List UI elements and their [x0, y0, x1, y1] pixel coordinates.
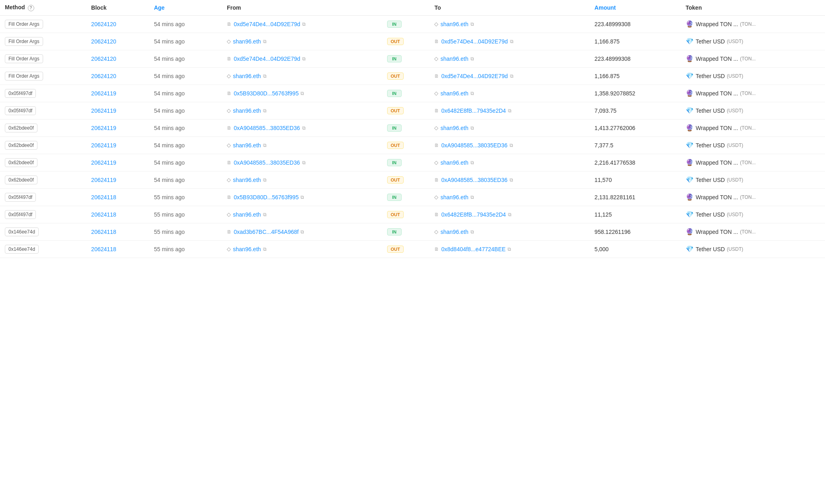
method-badge[interactable]: 0x62bdee0f [5, 176, 37, 184]
copy-to-icon[interactable]: ⧉ [471, 125, 474, 131]
block-link[interactable]: 20624118 [91, 229, 116, 235]
block-link[interactable]: 20624119 [91, 142, 116, 149]
copy-from-icon[interactable]: ⧉ [263, 212, 267, 217]
block-link[interactable]: 20624120 [91, 38, 116, 45]
copy-from-icon[interactable]: ⧉ [302, 21, 306, 27]
to-address-link[interactable]: shan96.eth [440, 21, 468, 27]
copy-from-icon[interactable]: ⧉ [263, 177, 267, 183]
from-address-link[interactable]: 0xA9048585...38035ED36 [234, 159, 300, 166]
to-address-link[interactable]: shan96.eth [440, 125, 468, 131]
from-address-link[interactable]: 0x5B93D80D...56763f995 [234, 90, 298, 97]
copy-to-icon[interactable]: ⧉ [508, 212, 512, 217]
from-address-link[interactable]: 0xd5e74De4...04D92E79d [234, 21, 300, 27]
from-address-link[interactable]: shan96.eth [233, 38, 261, 45]
method-badge[interactable]: 0x62bdee0f [5, 124, 37, 132]
method-help-icon[interactable]: ? [28, 5, 34, 11]
block-link[interactable]: 20624119 [91, 107, 116, 114]
to-address-link[interactable]: 0x6482E8fB...79435e2D4 [441, 211, 506, 218]
from-address-link[interactable]: 0xd5e74De4...04D92E79d [234, 56, 300, 62]
block-link[interactable]: 20624120 [91, 21, 116, 27]
method-badge[interactable]: Fill Order Args [5, 20, 43, 29]
block-link[interactable]: 20624118 [91, 246, 116, 252]
token-name[interactable]: Tether USD [696, 177, 725, 183]
to-address-link[interactable]: 0x8d8404f8...e47724BEE [441, 246, 506, 252]
from-address-link[interactable]: shan96.eth [233, 211, 261, 218]
block-link[interactable]: 20624119 [91, 177, 116, 183]
token-name[interactable]: Wrapped TON ... [696, 194, 738, 200]
copy-from-icon[interactable]: ⧉ [301, 194, 304, 200]
copy-from-icon[interactable]: ⧉ [263, 108, 267, 114]
to-address-link[interactable]: shan96.eth [440, 159, 468, 166]
to-address-link[interactable]: 0xA9048585...38035ED36 [441, 142, 507, 149]
method-badge[interactable]: Fill Order Args [5, 72, 43, 81]
copy-to-icon[interactable]: ⧉ [510, 39, 514, 44]
copy-from-icon[interactable]: ⧉ [263, 39, 267, 44]
method-badge[interactable]: 0x05f497df [5, 210, 36, 219]
from-address-link[interactable]: 0x5B93D80D...56763f995 [234, 194, 298, 200]
method-badge[interactable]: 0x05f497df [5, 106, 36, 115]
from-address-link[interactable]: shan96.eth [233, 177, 261, 183]
block-link[interactable]: 20624119 [91, 125, 116, 131]
from-address-link[interactable]: shan96.eth [233, 73, 261, 79]
from-address-link[interactable]: shan96.eth [233, 246, 261, 252]
copy-to-icon[interactable]: ⧉ [471, 91, 474, 96]
token-name[interactable]: Wrapped TON ... [696, 90, 738, 97]
to-address-link[interactable]: 0x6482E8fB...79435e2D4 [441, 107, 506, 114]
from-address-link[interactable]: 0xad3b67BC...4F54A968f [234, 229, 298, 235]
copy-to-icon[interactable]: ⧉ [508, 246, 511, 252]
token-name[interactable]: Tether USD [696, 38, 725, 45]
from-address-link[interactable]: shan96.eth [233, 107, 261, 114]
token-name[interactable]: Wrapped TON ... [696, 21, 738, 27]
token-name[interactable]: Wrapped TON ... [696, 125, 738, 131]
copy-to-icon[interactable]: ⧉ [508, 108, 512, 114]
method-badge[interactable]: Fill Order Args [5, 37, 43, 46]
from-address-link[interactable]: 0xA9048585...38035ED36 [234, 125, 300, 131]
copy-to-icon[interactable]: ⧉ [471, 229, 474, 235]
col-age[interactable]: Age [149, 0, 222, 15]
block-link[interactable]: 20624118 [91, 194, 116, 200]
method-badge[interactable]: 0x146ee74d [5, 227, 39, 236]
block-link[interactable]: 20624120 [91, 56, 116, 62]
token-name[interactable]: Tether USD [696, 142, 725, 149]
token-name[interactable]: Tether USD [696, 73, 725, 79]
method-badge[interactable]: 0x05f497df [5, 193, 36, 202]
token-name[interactable]: Tether USD [696, 107, 725, 114]
copy-to-icon[interactable]: ⧉ [510, 143, 513, 148]
method-badge[interactable]: 0x62bdee0f [5, 158, 37, 167]
col-amount[interactable]: Amount [590, 0, 681, 15]
copy-to-icon[interactable]: ⧉ [471, 160, 474, 165]
copy-to-icon[interactable]: ⧉ [510, 177, 513, 183]
token-name[interactable]: Tether USD [696, 211, 725, 218]
copy-to-icon[interactable]: ⧉ [510, 73, 514, 79]
copy-from-icon[interactable]: ⧉ [301, 91, 304, 96]
block-link[interactable]: 20624120 [91, 73, 116, 79]
method-badge[interactable]: Fill Order Args [5, 54, 43, 63]
to-address-link[interactable]: 0xd5e74De4...04D92E79d [441, 38, 508, 45]
copy-from-icon[interactable]: ⧉ [263, 73, 267, 79]
copy-from-icon[interactable]: ⧉ [302, 56, 306, 62]
to-address-link[interactable]: shan96.eth [440, 90, 468, 97]
copy-from-icon[interactable]: ⧉ [302, 125, 306, 131]
block-link[interactable]: 20624119 [91, 90, 116, 97]
from-address-link[interactable]: shan96.eth [233, 142, 261, 149]
token-name[interactable]: Wrapped TON ... [696, 159, 738, 166]
to-address-link[interactable]: shan96.eth [440, 56, 468, 62]
token-name[interactable]: Tether USD [696, 246, 725, 252]
copy-to-icon[interactable]: ⧉ [471, 21, 474, 27]
method-badge[interactable]: 0x05f497df [5, 89, 36, 98]
block-link[interactable]: 20624118 [91, 211, 116, 218]
copy-to-icon[interactable]: ⧉ [471, 56, 474, 62]
block-link[interactable]: 20624119 [91, 159, 116, 166]
token-name[interactable]: Wrapped TON ... [696, 229, 738, 235]
copy-from-icon[interactable]: ⧉ [263, 143, 267, 148]
copy-to-icon[interactable]: ⧉ [471, 194, 474, 200]
copy-from-icon[interactable]: ⧉ [301, 229, 304, 235]
method-badge[interactable]: 0x62bdee0f [5, 141, 37, 150]
method-badge[interactable]: 0x146ee74d [5, 245, 39, 254]
to-address-link[interactable]: shan96.eth [440, 229, 468, 235]
to-address-link[interactable]: shan96.eth [440, 194, 468, 200]
to-address-link[interactable]: 0xd5e74De4...04D92E79d [441, 73, 508, 79]
token-name[interactable]: Wrapped TON ... [696, 56, 738, 62]
to-address-link[interactable]: 0xA9048585...38035ED36 [441, 177, 507, 183]
copy-from-icon[interactable]: ⧉ [263, 246, 267, 252]
